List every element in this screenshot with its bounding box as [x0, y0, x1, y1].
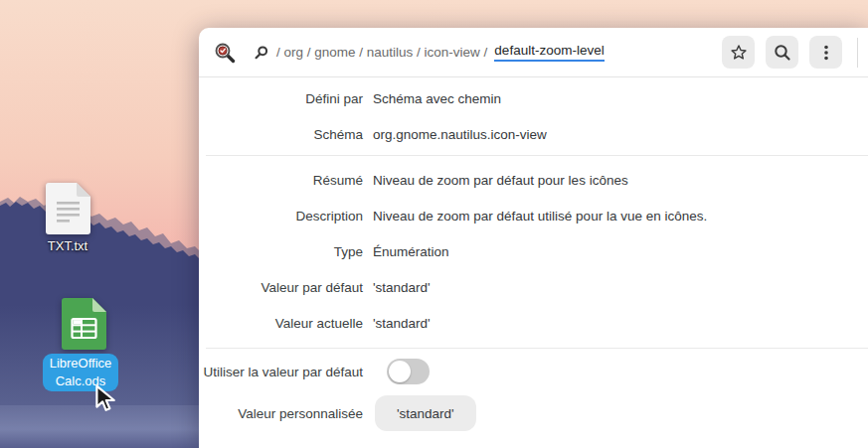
- menu-button[interactable]: [809, 36, 842, 69]
- property-row-summary: Résumé Niveau de zoom par défaut pour le…: [199, 162, 868, 198]
- headerbar: / org / gnome / nautilus / icon-view / d…: [199, 28, 868, 77]
- property-value: Énumération: [373, 244, 449, 259]
- property-row-default-value: Valeur par défaut 'standard': [199, 269, 868, 305]
- mouse-cursor: [94, 384, 118, 412]
- dconf-editor-window: / org / gnome / nautilus / icon-view / d…: [199, 28, 868, 448]
- key-properties-panel: Défini par Schéma avec chemin Schéma org…: [199, 77, 868, 448]
- property-value: Niveau de zoom par défaut pour les icône…: [373, 173, 628, 188]
- property-label: Valeur par défaut: [199, 280, 363, 295]
- divider: [206, 348, 868, 349]
- property-label: Résumé: [199, 173, 363, 188]
- toggle-label: Utiliser la valeur par défaut: [199, 365, 363, 379]
- property-value: org.gnome.nautilus.icon-view: [373, 127, 547, 142]
- toggle-knob: [389, 361, 411, 382]
- property-value: Schéma avec chemin: [373, 91, 501, 106]
- property-value: Niveau de zoom par défaut utilisé pour l…: [373, 209, 707, 224]
- star-icon: [729, 43, 749, 63]
- custom-value-dropdown[interactable]: 'standard': [375, 395, 476, 431]
- headerbar-separator: [857, 38, 858, 68]
- property-value: 'standard': [373, 280, 431, 295]
- property-row-defined-by: Défini par Schéma avec chemin: [199, 80, 868, 116]
- use-default-value-row: Utiliser la valeur par défaut: [199, 353, 868, 390]
- desktop-icon-label: TXT.txt: [28, 238, 107, 253]
- property-label: Description: [199, 209, 363, 224]
- property-row-description: Description Niveau de zoom par défaut ut…: [199, 198, 868, 233]
- custom-value-label: Valeur personnalisée: [199, 406, 363, 421]
- property-row-schema: Schéma org.gnome.nautilus.icon-view: [199, 116, 868, 152]
- dconf-editor-app-icon: [213, 41, 237, 65]
- property-label: Type: [199, 244, 363, 259]
- magnifier-icon: [773, 43, 792, 63]
- property-label: Valeur actuelle: [199, 316, 363, 331]
- text-file-icon: [46, 183, 90, 234]
- spreadsheet-file-icon: [62, 298, 106, 350]
- property-label: Schéma: [199, 127, 363, 142]
- custom-value-row: Valeur personnalisée 'standard': [199, 390, 868, 436]
- property-value: 'standard': [373, 316, 431, 331]
- breadcrumb[interactable]: / org / gnome / nautilus / icon-view / d…: [254, 43, 605, 62]
- desktop-icon-txt-file[interactable]: TXT.txt: [46, 183, 90, 234]
- desktop-icon-calc-file[interactable]: [62, 298, 106, 350]
- breadcrumb-parent-path[interactable]: / org / gnome / nautilus / icon-view /: [276, 45, 487, 60]
- property-row-type: Type Énumération: [199, 233, 868, 269]
- property-label: Défini par: [199, 91, 363, 106]
- pathbar-search-icon: [254, 45, 269, 61]
- screen: TXT.txt LibreOffice Calc.ods: [0, 0, 868, 448]
- calc-label-line1: LibreOffice: [43, 355, 118, 373]
- divider: [206, 155, 868, 156]
- breadcrumb-current-key[interactable]: default-zoom-level: [494, 43, 604, 62]
- use-default-toggle[interactable]: [387, 359, 430, 384]
- search-button[interactable]: [766, 36, 798, 69]
- bookmark-button[interactable]: [722, 36, 755, 69]
- vertical-dots-icon: [816, 43, 836, 63]
- property-row-current-value: Valeur actuelle 'standard': [199, 305, 868, 341]
